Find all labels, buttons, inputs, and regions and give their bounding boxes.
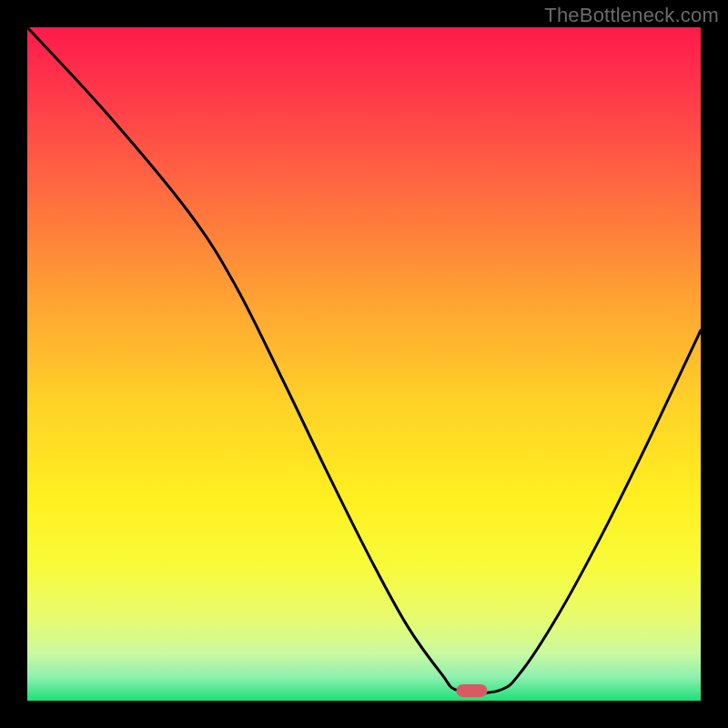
optimal-marker [456,684,487,697]
svg-rect-0 [27,27,701,701]
bottleneck-chart [0,0,728,728]
chart-stage: { "watermark": "TheBottleneck.com", "plo… [0,0,728,728]
